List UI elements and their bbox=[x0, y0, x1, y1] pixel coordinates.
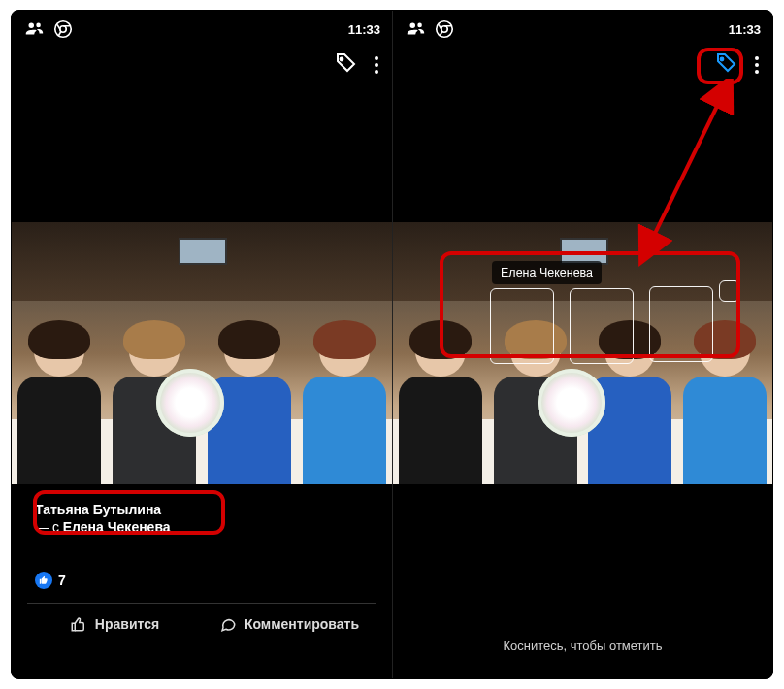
annotation-author-highlight bbox=[33, 490, 225, 535]
chrome-status-icon bbox=[434, 18, 455, 40]
left-phone-screen: 11:33 Татьяна Бутылина bbox=[12, 11, 392, 678]
svg-point-3 bbox=[437, 21, 453, 38]
svg-point-4 bbox=[441, 26, 447, 32]
right-phone-screen: 11:33 Елена Чекенева bbox=[392, 11, 772, 678]
annotation-tag-highlight bbox=[697, 48, 743, 84]
svg-point-0 bbox=[55, 21, 72, 38]
comment-button-label: Комментировать bbox=[245, 616, 359, 632]
clock-label: 11:33 bbox=[729, 22, 761, 37]
photo-container bbox=[12, 222, 392, 484]
chrome-status-icon bbox=[52, 18, 74, 40]
more-icon[interactable] bbox=[371, 52, 382, 78]
profile-status-icon bbox=[405, 18, 426, 40]
annotation-faces-highlight bbox=[440, 251, 740, 358]
date-line bbox=[35, 541, 369, 554]
reactions-row[interactable]: 7 bbox=[35, 572, 369, 589]
like-button[interactable]: Нравится bbox=[27, 604, 202, 644]
like-count: 7 bbox=[58, 573, 66, 588]
actions-bar: Нравится Комментировать bbox=[27, 603, 376, 644]
svg-point-2 bbox=[341, 58, 343, 61]
more-icon[interactable] bbox=[751, 52, 763, 78]
photo-toolbar bbox=[12, 44, 392, 86]
profile-status-icon bbox=[23, 18, 45, 40]
clock-label: 11:33 bbox=[348, 22, 380, 37]
tag-icon[interactable] bbox=[334, 51, 357, 79]
photo-image[interactable] bbox=[12, 222, 392, 484]
like-button-label: Нравится bbox=[95, 616, 159, 632]
like-filled-icon bbox=[35, 572, 52, 589]
tap-to-tag-hint: Коснитесь, чтобы отметить bbox=[393, 639, 772, 678]
status-bar: 11:33 bbox=[12, 11, 392, 44]
comment-button[interactable]: Комментировать bbox=[202, 604, 376, 644]
status-bar: 11:33 bbox=[393, 11, 772, 44]
svg-point-1 bbox=[60, 26, 66, 32]
